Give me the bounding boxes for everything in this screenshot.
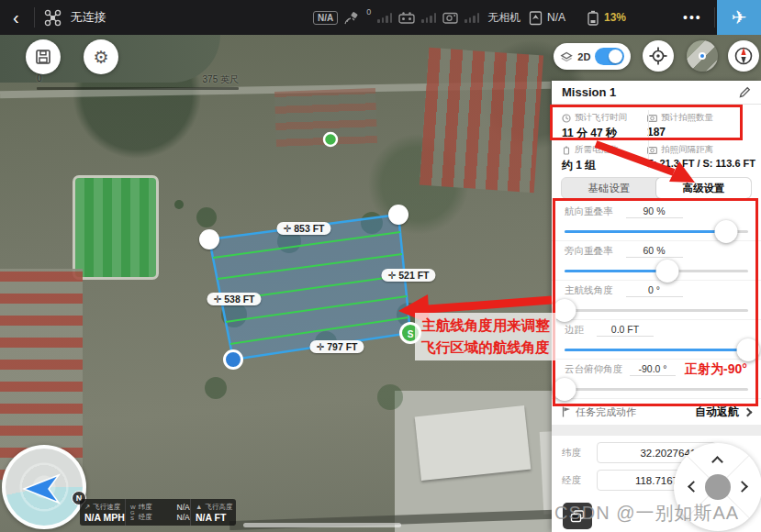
slider-gimbal-pitch: 云台俯仰角度 -90.0 ° 正射为-90°	[552, 360, 761, 399]
locate-me-button[interactable]	[643, 40, 674, 72]
camera-signal-bars	[464, 12, 479, 23]
connection-status: 无连接	[71, 9, 106, 26]
save-icon	[35, 49, 51, 65]
telemetry-bar: ↗飞行速度 N/A MPH WGS 纬度N/A 经度N/A ▲飞行高度 N/A …	[80, 499, 236, 526]
slider-label: 航向重叠率	[565, 205, 613, 218]
slider-handle[interactable]	[554, 299, 576, 322]
flag-icon	[562, 406, 571, 417]
compass-icon	[733, 45, 755, 67]
gear-icon: ⚙	[93, 47, 108, 68]
tab-advanced-settings[interactable]: 高级设置	[656, 178, 751, 198]
mission-header: Mission 1	[552, 81, 761, 105]
save-mission-button[interactable]	[26, 39, 61, 74]
slider-label: 旁向重叠率	[565, 245, 613, 258]
toggle-knob	[609, 50, 622, 63]
slider-track[interactable]	[565, 230, 748, 233]
rc-battery-icon	[587, 10, 599, 26]
home-indicator-bar[interactable]	[243, 523, 401, 527]
rc-signal-bars	[421, 12, 436, 23]
gps-system-label: WGS	[130, 504, 136, 521]
satellite-icon	[344, 10, 360, 25]
dpad-left-button[interactable]	[688, 481, 699, 493]
camera-icon	[442, 12, 458, 24]
minimap-position-dot	[699, 52, 706, 60]
takeoff-button[interactable]: ✈	[717, 0, 761, 35]
drone-icon	[44, 9, 62, 27]
slider-value-input[interactable]: 60 %	[626, 245, 683, 258]
slider-handle[interactable]	[656, 260, 679, 283]
finish-action-row[interactable]: 任务完成动作 自动返航	[552, 399, 761, 425]
top-status-bar: ‹ 无连接 N/A 0	[0, 0, 761, 35]
edge-distance-label: ✛797 FT	[309, 340, 364, 353]
speed-arrow-icon: ↗	[84, 503, 90, 511]
mission-settings-button[interactable]: ⚙	[84, 39, 118, 74]
settings-tabs: 基础设置 高级设置	[552, 174, 761, 202]
stat-battery-count: 所需电池数 约 1 组	[562, 142, 638, 174]
map-trees	[174, 200, 184, 209]
map-mode-label: 2D	[577, 51, 590, 62]
map-nudge-dpad[interactable]	[674, 443, 761, 531]
map-red-roof-buildings	[420, 48, 543, 193]
aircraft-heading-arrow	[24, 475, 59, 503]
map-2d-toggle[interactable]	[595, 48, 624, 65]
mission-stats: 预计飞行时间 11 分 47 秒 预计拍照数量 187 所需电池数 约 1 组 …	[552, 105, 761, 174]
map-layers-button[interactable]	[563, 503, 592, 529]
section-divider	[552, 425, 761, 436]
slider-track[interactable]	[565, 309, 748, 312]
remote-controller-icon	[398, 12, 415, 24]
slider-handle[interactable]	[737, 338, 760, 361]
stat-flight-time: 预计飞行时间 11 分 47 秒	[562, 110, 638, 142]
dpad-right-button[interactable]	[736, 481, 748, 493]
more-menu-button[interactable]: •••	[683, 0, 702, 35]
layers-icon	[560, 50, 573, 63]
edge-distance-label: ✛853 FT	[276, 222, 330, 235]
finish-action-label: 任务完成动作	[576, 405, 636, 419]
aircraft-battery-icon	[529, 10, 543, 26]
layers-stack-icon	[570, 510, 585, 523]
slider-track[interactable]	[565, 388, 748, 391]
edge-distance-label: ✛538 FT	[207, 293, 261, 305]
gps-signal-bars	[377, 12, 392, 23]
chevron-right-icon	[744, 407, 753, 416]
camera-status: 无相机	[487, 10, 520, 26]
attitude-compass: N	[2, 445, 86, 529]
slider-value-input[interactable]: 90 %	[626, 205, 683, 218]
slider-label: 边距	[565, 324, 584, 337]
compass-reset-button[interactable]	[728, 40, 759, 72]
gps-count: 0	[366, 7, 371, 17]
map-mode-pill: 2D	[554, 43, 631, 70]
slider-label: 云台俯仰角度	[565, 363, 622, 376]
slider-handle[interactable]	[715, 220, 738, 243]
divider	[714, 7, 715, 28]
gimbal-annotation-text: 正射为-90°	[685, 361, 747, 378]
dpad-center-button[interactable]	[705, 474, 731, 500]
edit-pencil-icon[interactable]	[739, 86, 751, 98]
finish-action-value[interactable]: 自动返航	[695, 405, 751, 420]
slider-side-overlap: 旁向重叠率 60 %	[552, 241, 761, 281]
slider-value-input[interactable]: 0 °	[626, 284, 683, 297]
slider-label: 主航线角度	[565, 284, 613, 297]
slider-handle[interactable]	[554, 378, 576, 401]
slider-track[interactable]	[565, 270, 748, 272]
aircraft-battery-value: N/A	[547, 11, 565, 24]
slider-front-overlap: 航向重叠率 90 %	[552, 202, 761, 241]
flight-mode-badge[interactable]: N/A	[313, 11, 338, 25]
map-red-roof-buildings	[274, 88, 377, 147]
tab-basic-settings[interactable]: 基础设置	[562, 178, 656, 198]
slider-value-input[interactable]: 0.0 FT	[597, 324, 654, 337]
slider-track[interactable]	[565, 349, 748, 351]
airplane-icon: ✈	[732, 6, 747, 28]
dpad-up-button[interactable]	[711, 456, 723, 468]
latitude-label: 纬度	[562, 447, 589, 460]
advanced-settings-sliders: 航向重叠率 90 % 旁向重叠率 60 % 主航线角度 0 ° 边距 0.0 F…	[552, 202, 761, 399]
back-button[interactable]: ‹	[7, 7, 25, 28]
map-scale: 0375 英尺	[37, 73, 239, 90]
minimap-thumbnail[interactable]	[687, 40, 718, 72]
stat-photo-count: 预计拍照数量 187	[638, 110, 761, 142]
altitude-icon: ▲	[196, 503, 202, 511]
telemetry-altitude: ▲飞行高度 N/A FT	[190, 499, 236, 526]
slider-value-input[interactable]: -90.0 °	[630, 363, 676, 376]
divider	[34, 7, 35, 28]
longitude-label: 经度	[562, 474, 589, 487]
clock-icon	[562, 114, 571, 123]
